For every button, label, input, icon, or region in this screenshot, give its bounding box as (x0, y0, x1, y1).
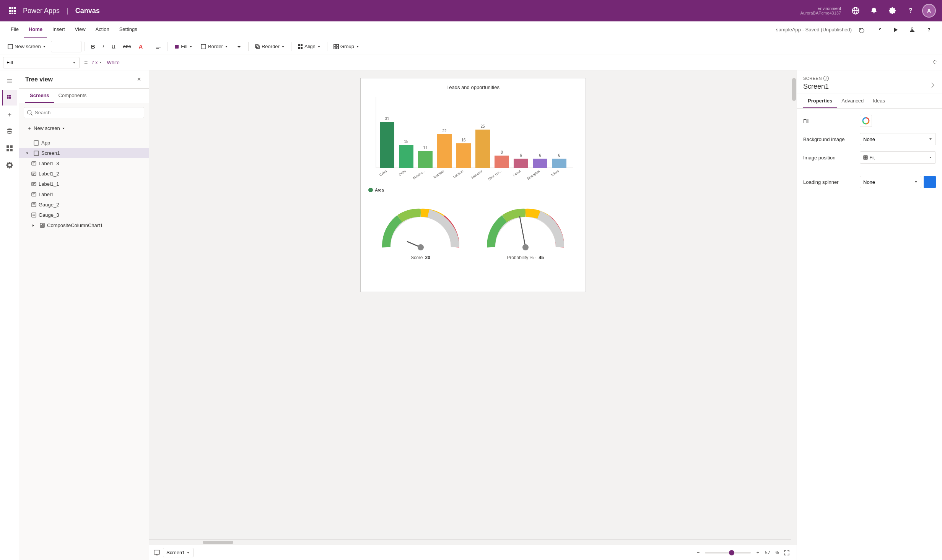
prop-bg-image-row: Background image None (803, 133, 936, 145)
svg-text:6: 6 (558, 153, 560, 157)
svg-text:31: 31 (385, 117, 389, 121)
prop-loading-row: Loading spinner None (803, 176, 936, 188)
formula-fx-btn[interactable]: f x (92, 60, 102, 65)
screen-indicator[interactable]: Screen1 (163, 548, 194, 557)
align-btn[interactable] (152, 42, 164, 52)
underline-btn[interactable]: U (109, 42, 118, 51)
tree-item-gauge3[interactable]: Gauge_3 (19, 210, 149, 220)
avatar[interactable]: A (922, 4, 936, 18)
tree-close-btn[interactable]: ✕ (135, 75, 143, 84)
prop-fill-row: Fill (803, 115, 936, 127)
menu-file[interactable]: File (6, 21, 23, 38)
zoom-controls: − + 57 % (693, 547, 792, 558)
svg-rect-54 (380, 122, 394, 168)
tree-item-label1_2[interactable]: Label1_2 (19, 169, 149, 179)
help-menu-btn[interactable] (922, 24, 936, 35)
canvas-area: Leads and opportunities 31 15 11 (149, 70, 797, 560)
new-screen-action-btn[interactable]: New screen (24, 123, 68, 133)
environment-icon-btn[interactable] (849, 4, 862, 18)
fill-btn[interactable]: Fill (171, 42, 196, 51)
align-tool-btn[interactable]: Align (294, 42, 324, 51)
img-pos-dropdown[interactable]: Fit (860, 151, 936, 164)
expand-btn[interactable] (233, 42, 245, 52)
bold-btn[interactable]: B (88, 41, 98, 52)
formula-expand-btn[interactable] (931, 58, 939, 67)
svg-rect-93 (864, 156, 867, 159)
tree-tab-components[interactable]: Components (54, 89, 91, 103)
formula-scope-select[interactable]: Fill (3, 57, 80, 68)
loading-dropdown[interactable]: None (860, 176, 921, 188)
fullscreen-btn[interactable] (781, 547, 792, 558)
menu-insert[interactable]: Insert (48, 21, 70, 38)
svg-text:25: 25 (480, 124, 485, 128)
reorder-btn[interactable]: Reorder (252, 42, 288, 51)
notification-icon[interactable] (867, 4, 881, 18)
font-color-btn[interactable]: A (135, 41, 146, 52)
fill-color-swatch[interactable] (860, 115, 872, 127)
tree-item-chart[interactable]: CompositeColumnChart1 (19, 220, 149, 230)
gauge2-label: Gauge_2 (39, 202, 143, 208)
tree-item-app[interactable]: App (19, 138, 149, 148)
tree-item-label1_1[interactable]: Label1_1 (19, 179, 149, 189)
menu-view[interactable]: View (70, 21, 90, 38)
info-icon[interactable] (823, 76, 829, 81)
svg-line-86 (520, 217, 526, 247)
svg-text:6: 6 (520, 153, 522, 157)
horizontal-scrollbar[interactable] (149, 539, 791, 545)
app-icon (34, 140, 39, 146)
vertical-scrollbar[interactable] (791, 70, 797, 545)
zoom-in-btn[interactable]: + (753, 548, 762, 557)
tree-item-screen1[interactable]: Screen1 ··· (19, 148, 149, 158)
play-btn[interactable] (888, 24, 902, 35)
user-btn[interactable] (905, 24, 919, 35)
sidebar-data-icon[interactable] (2, 124, 17, 139)
tree-actions: New screen (19, 122, 149, 136)
props-tab-properties[interactable]: Properties (803, 94, 837, 108)
menu-action[interactable]: Action (91, 21, 114, 38)
svg-rect-39 (32, 193, 36, 196)
tree-tab-screens[interactable]: Screens (25, 89, 54, 103)
sidebar-menu-icon[interactable] (2, 73, 17, 89)
formula-input[interactable] (105, 57, 927, 68)
redo-btn[interactable] (872, 24, 885, 35)
zoom-slider[interactable] (705, 552, 751, 554)
props-panel: SCREEN Screen1 Properties Advanced Ideas… (797, 70, 942, 560)
sidebar-treeview-icon[interactable] (2, 90, 17, 106)
bg-image-dropdown[interactable]: None (860, 133, 936, 145)
tree-item-label1_3[interactable]: Label1_3 (19, 158, 149, 169)
tree-item-label1[interactable]: Label1 (19, 189, 149, 200)
zoom-out-btn[interactable]: − (693, 548, 703, 557)
props-expand-right-btn[interactable] (930, 82, 936, 89)
search-input[interactable] (35, 110, 141, 115)
gauge2-container: Probability % - 45 (483, 205, 568, 260)
props-content: Fill Background image (797, 109, 942, 560)
menu-home[interactable]: Home (24, 21, 47, 38)
grid-icon[interactable] (6, 5, 18, 17)
img-pos-control: Fit (860, 151, 936, 164)
group-btn[interactable]: Group (330, 42, 363, 51)
sidebar-tools-icon[interactable] (2, 157, 17, 173)
format-btn[interactable]: / (99, 42, 107, 51)
props-tab-ideas[interactable]: Ideas (868, 94, 890, 108)
tree-item-gauge2[interactable]: Gauge_2 (19, 200, 149, 210)
element-select[interactable] (51, 41, 81, 52)
sidebar-components-icon[interactable] (2, 141, 17, 156)
svg-point-27 (7, 128, 12, 130)
svg-rect-56 (399, 145, 413, 168)
gauge-icon (31, 213, 36, 218)
help-icon[interactable]: ? (904, 4, 918, 18)
bg-image-label: Background image (803, 136, 857, 142)
sidebar-add-icon[interactable] (2, 107, 17, 122)
undo-btn[interactable] (855, 24, 869, 35)
props-tab-advanced[interactable]: Advanced (837, 94, 868, 108)
settings-icon[interactable] (885, 4, 899, 18)
loading-color-btn[interactable] (924, 176, 936, 188)
border-btn[interactable]: Border (197, 42, 231, 52)
svg-rect-36 (32, 182, 36, 186)
svg-rect-62 (456, 143, 471, 168)
strikethrough-btn[interactable]: abc (120, 42, 134, 51)
zoom-thumb (729, 550, 734, 555)
new-screen-btn[interactable]: New screen (5, 42, 49, 51)
menu-settings[interactable]: Settings (115, 21, 142, 38)
svg-text:Mexico...: Mexico... (412, 169, 425, 180)
